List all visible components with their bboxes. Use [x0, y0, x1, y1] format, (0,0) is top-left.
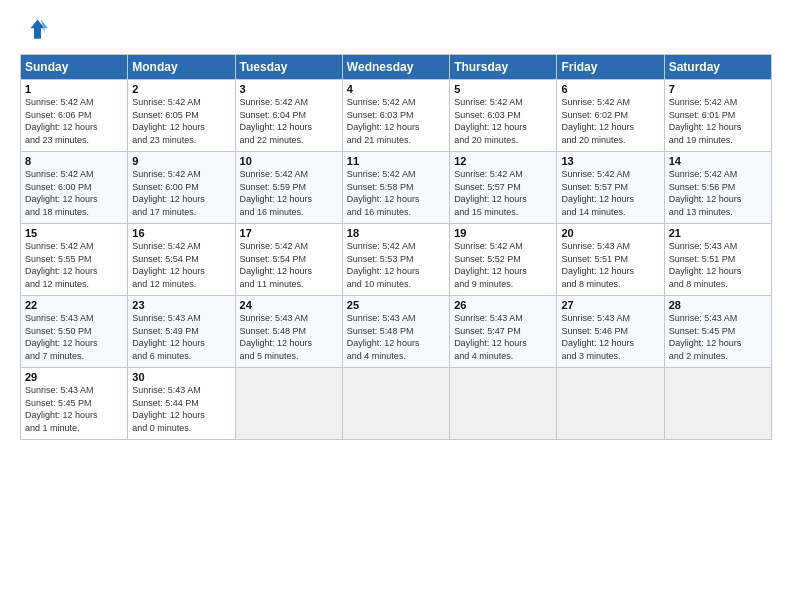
cell-text: Sunrise: 5:42 AM Sunset: 6:00 PM Dayligh…	[132, 168, 230, 218]
day-number: 5	[454, 83, 552, 95]
day-number: 24	[240, 299, 338, 311]
calendar-cell: 27Sunrise: 5:43 AM Sunset: 5:46 PM Dayli…	[557, 296, 664, 368]
day-number: 7	[669, 83, 767, 95]
cell-text: Sunrise: 5:42 AM Sunset: 6:00 PM Dayligh…	[25, 168, 123, 218]
day-number: 23	[132, 299, 230, 311]
calendar-cell: 26Sunrise: 5:43 AM Sunset: 5:47 PM Dayli…	[450, 296, 557, 368]
cell-text: Sunrise: 5:43 AM Sunset: 5:45 PM Dayligh…	[669, 312, 767, 362]
cell-text: Sunrise: 5:42 AM Sunset: 6:03 PM Dayligh…	[347, 96, 445, 146]
cell-text: Sunrise: 5:42 AM Sunset: 6:01 PM Dayligh…	[669, 96, 767, 146]
calendar-cell	[235, 368, 342, 440]
cell-text: Sunrise: 5:42 AM Sunset: 5:59 PM Dayligh…	[240, 168, 338, 218]
day-number: 28	[669, 299, 767, 311]
calendar-cell	[450, 368, 557, 440]
cell-text: Sunrise: 5:42 AM Sunset: 6:02 PM Dayligh…	[561, 96, 659, 146]
calendar-day-header: Saturday	[664, 55, 771, 80]
cell-text: Sunrise: 5:43 AM Sunset: 5:45 PM Dayligh…	[25, 384, 123, 434]
calendar-cell: 20Sunrise: 5:43 AM Sunset: 5:51 PM Dayli…	[557, 224, 664, 296]
day-number: 22	[25, 299, 123, 311]
logo-icon	[20, 16, 48, 44]
calendar-day-header: Wednesday	[342, 55, 449, 80]
calendar-cell: 12Sunrise: 5:42 AM Sunset: 5:57 PM Dayli…	[450, 152, 557, 224]
calendar-cell: 22Sunrise: 5:43 AM Sunset: 5:50 PM Dayli…	[21, 296, 128, 368]
day-number: 9	[132, 155, 230, 167]
calendar-cell: 1Sunrise: 5:42 AM Sunset: 6:06 PM Daylig…	[21, 80, 128, 152]
cell-text: Sunrise: 5:43 AM Sunset: 5:48 PM Dayligh…	[240, 312, 338, 362]
cell-text: Sunrise: 5:42 AM Sunset: 6:05 PM Dayligh…	[132, 96, 230, 146]
calendar-cell: 11Sunrise: 5:42 AM Sunset: 5:58 PM Dayli…	[342, 152, 449, 224]
cell-text: Sunrise: 5:42 AM Sunset: 5:52 PM Dayligh…	[454, 240, 552, 290]
calendar-cell: 13Sunrise: 5:42 AM Sunset: 5:57 PM Dayli…	[557, 152, 664, 224]
calendar-week-row: 29Sunrise: 5:43 AM Sunset: 5:45 PM Dayli…	[21, 368, 772, 440]
calendar-cell: 9Sunrise: 5:42 AM Sunset: 6:00 PM Daylig…	[128, 152, 235, 224]
calendar-cell: 24Sunrise: 5:43 AM Sunset: 5:48 PM Dayli…	[235, 296, 342, 368]
calendar-cell: 29Sunrise: 5:43 AM Sunset: 5:45 PM Dayli…	[21, 368, 128, 440]
calendar-week-row: 15Sunrise: 5:42 AM Sunset: 5:55 PM Dayli…	[21, 224, 772, 296]
calendar-cell: 18Sunrise: 5:42 AM Sunset: 5:53 PM Dayli…	[342, 224, 449, 296]
calendar-cell: 25Sunrise: 5:43 AM Sunset: 5:48 PM Dayli…	[342, 296, 449, 368]
calendar-cell: 15Sunrise: 5:42 AM Sunset: 5:55 PM Dayli…	[21, 224, 128, 296]
day-number: 18	[347, 227, 445, 239]
day-number: 16	[132, 227, 230, 239]
cell-text: Sunrise: 5:42 AM Sunset: 5:54 PM Dayligh…	[132, 240, 230, 290]
calendar-header-row: SundayMondayTuesdayWednesdayThursdayFrid…	[21, 55, 772, 80]
day-number: 26	[454, 299, 552, 311]
day-number: 29	[25, 371, 123, 383]
day-number: 6	[561, 83, 659, 95]
calendar-cell	[342, 368, 449, 440]
calendar-cell: 16Sunrise: 5:42 AM Sunset: 5:54 PM Dayli…	[128, 224, 235, 296]
calendar-cell: 21Sunrise: 5:43 AM Sunset: 5:51 PM Dayli…	[664, 224, 771, 296]
day-number: 12	[454, 155, 552, 167]
day-number: 11	[347, 155, 445, 167]
cell-text: Sunrise: 5:43 AM Sunset: 5:51 PM Dayligh…	[669, 240, 767, 290]
day-number: 15	[25, 227, 123, 239]
cell-text: Sunrise: 5:43 AM Sunset: 5:49 PM Dayligh…	[132, 312, 230, 362]
calendar-week-row: 22Sunrise: 5:43 AM Sunset: 5:50 PM Dayli…	[21, 296, 772, 368]
cell-text: Sunrise: 5:42 AM Sunset: 6:04 PM Dayligh…	[240, 96, 338, 146]
cell-text: Sunrise: 5:43 AM Sunset: 5:48 PM Dayligh…	[347, 312, 445, 362]
header	[20, 16, 772, 44]
logo	[20, 16, 52, 44]
day-number: 20	[561, 227, 659, 239]
day-number: 13	[561, 155, 659, 167]
day-number: 21	[669, 227, 767, 239]
calendar-cell	[664, 368, 771, 440]
calendar-table: SundayMondayTuesdayWednesdayThursdayFrid…	[20, 54, 772, 440]
cell-text: Sunrise: 5:42 AM Sunset: 5:58 PM Dayligh…	[347, 168, 445, 218]
calendar-week-row: 8Sunrise: 5:42 AM Sunset: 6:00 PM Daylig…	[21, 152, 772, 224]
calendar-week-row: 1Sunrise: 5:42 AM Sunset: 6:06 PM Daylig…	[21, 80, 772, 152]
cell-text: Sunrise: 5:43 AM Sunset: 5:47 PM Dayligh…	[454, 312, 552, 362]
calendar-cell: 19Sunrise: 5:42 AM Sunset: 5:52 PM Dayli…	[450, 224, 557, 296]
day-number: 17	[240, 227, 338, 239]
calendar-day-header: Thursday	[450, 55, 557, 80]
calendar-day-header: Monday	[128, 55, 235, 80]
calendar-day-header: Friday	[557, 55, 664, 80]
calendar-cell: 8Sunrise: 5:42 AM Sunset: 6:00 PM Daylig…	[21, 152, 128, 224]
calendar-day-header: Sunday	[21, 55, 128, 80]
day-number: 1	[25, 83, 123, 95]
cell-text: Sunrise: 5:42 AM Sunset: 6:06 PM Dayligh…	[25, 96, 123, 146]
cell-text: Sunrise: 5:42 AM Sunset: 5:56 PM Dayligh…	[669, 168, 767, 218]
cell-text: Sunrise: 5:42 AM Sunset: 5:55 PM Dayligh…	[25, 240, 123, 290]
cell-text: Sunrise: 5:42 AM Sunset: 5:54 PM Dayligh…	[240, 240, 338, 290]
day-number: 4	[347, 83, 445, 95]
calendar-day-header: Tuesday	[235, 55, 342, 80]
calendar-cell: 17Sunrise: 5:42 AM Sunset: 5:54 PM Dayli…	[235, 224, 342, 296]
calendar-cell: 3Sunrise: 5:42 AM Sunset: 6:04 PM Daylig…	[235, 80, 342, 152]
calendar-cell: 6Sunrise: 5:42 AM Sunset: 6:02 PM Daylig…	[557, 80, 664, 152]
day-number: 25	[347, 299, 445, 311]
cell-text: Sunrise: 5:42 AM Sunset: 5:57 PM Dayligh…	[454, 168, 552, 218]
calendar-cell: 30Sunrise: 5:43 AM Sunset: 5:44 PM Dayli…	[128, 368, 235, 440]
calendar-cell: 14Sunrise: 5:42 AM Sunset: 5:56 PM Dayli…	[664, 152, 771, 224]
cell-text: Sunrise: 5:43 AM Sunset: 5:50 PM Dayligh…	[25, 312, 123, 362]
calendar-cell: 28Sunrise: 5:43 AM Sunset: 5:45 PM Dayli…	[664, 296, 771, 368]
cell-text: Sunrise: 5:43 AM Sunset: 5:46 PM Dayligh…	[561, 312, 659, 362]
calendar-cell: 2Sunrise: 5:42 AM Sunset: 6:05 PM Daylig…	[128, 80, 235, 152]
cell-text: Sunrise: 5:42 AM Sunset: 5:57 PM Dayligh…	[561, 168, 659, 218]
calendar-cell: 23Sunrise: 5:43 AM Sunset: 5:49 PM Dayli…	[128, 296, 235, 368]
cell-text: Sunrise: 5:42 AM Sunset: 5:53 PM Dayligh…	[347, 240, 445, 290]
day-number: 27	[561, 299, 659, 311]
calendar-cell: 5Sunrise: 5:42 AM Sunset: 6:03 PM Daylig…	[450, 80, 557, 152]
page: SundayMondayTuesdayWednesdayThursdayFrid…	[0, 0, 792, 612]
calendar-cell: 10Sunrise: 5:42 AM Sunset: 5:59 PM Dayli…	[235, 152, 342, 224]
